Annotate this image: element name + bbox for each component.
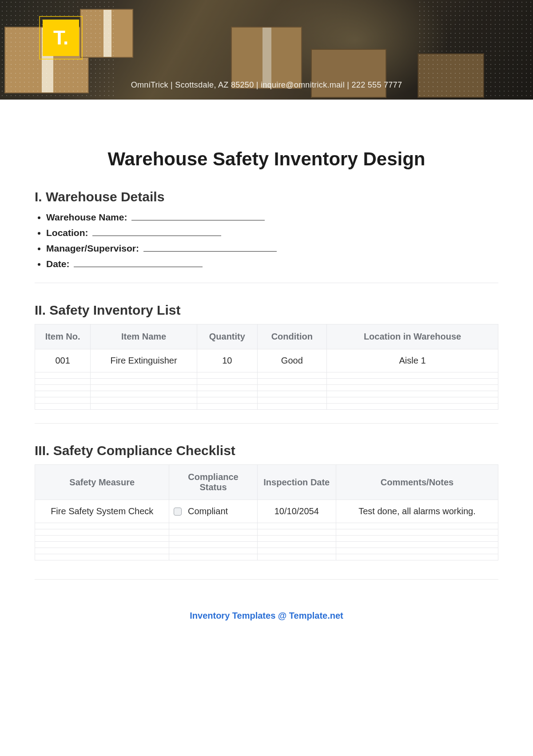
document-body: Warehouse Safety Inventory Design I. War…	[0, 100, 533, 639]
table-header-row: Safety Measure Compliance Status Inspect…	[35, 465, 498, 500]
section-heading-details: I. Warehouse Details	[35, 189, 498, 204]
label-location: Location:	[46, 228, 88, 238]
table-row	[35, 536, 498, 542]
col-inspection-date: Inspection Date	[257, 465, 336, 500]
table-row	[35, 523, 498, 529]
table-row	[35, 542, 498, 548]
compliance-table: Safety Measure Compliance Status Inspect…	[35, 464, 498, 560]
checkbox-compliant[interactable]	[174, 508, 182, 516]
cell-condition[interactable]: Good	[257, 349, 326, 372]
col-quantity: Quantity	[197, 324, 258, 349]
col-status: Compliance Status	[169, 465, 257, 500]
divider	[35, 423, 498, 424]
table-row	[35, 379, 498, 385]
inventory-table: Item No. Item Name Quantity Condition Lo…	[35, 324, 498, 410]
cell-measure[interactable]: Fire Safety System Check	[35, 500, 169, 523]
input-manager[interactable]	[143, 242, 277, 252]
table-row	[35, 404, 498, 410]
cell-status[interactable]: Compliant	[169, 500, 257, 523]
section-heading-compliance: III. Safety Compliance Checklist	[35, 443, 498, 458]
label-date: Date:	[46, 259, 70, 269]
cell-quantity[interactable]: 10	[197, 349, 258, 372]
col-item-no: Item No.	[35, 324, 91, 349]
table-row	[35, 397, 498, 404]
table-row: 001 Fire Extinguisher 10 Good Aisle 1	[35, 349, 498, 372]
cell-inspection-date[interactable]: 10/10/2054	[257, 500, 336, 523]
label-warehouse-name: Warehouse Name:	[46, 212, 127, 222]
detail-warehouse-name: Warehouse Name:	[46, 211, 498, 223]
brand-logo-text: T.	[53, 28, 68, 48]
cell-location[interactable]: Aisle 1	[327, 349, 498, 372]
header-banner: T. OmniTrick | Scottsdale, AZ 85250 | in…	[0, 0, 533, 100]
divider	[35, 579, 498, 580]
table-row	[35, 529, 498, 536]
col-item-name: Item Name	[91, 324, 197, 349]
table-row: Fire Safety System Check Compliant 10/10…	[35, 500, 498, 523]
col-measure: Safety Measure	[35, 465, 169, 500]
input-warehouse-name[interactable]	[131, 211, 265, 220]
col-comments: Comments/Notes	[336, 465, 498, 500]
footer-link[interactable]: Inventory Templates @ Template.net	[35, 611, 498, 621]
col-condition: Condition	[257, 324, 326, 349]
cell-comments[interactable]: Test done, all alarms working.	[336, 500, 498, 523]
detail-location: Location:	[46, 226, 498, 238]
table-row	[35, 372, 498, 379]
section-heading-inventory: II. Safety Inventory List	[35, 303, 498, 318]
table-row	[35, 391, 498, 397]
table-row	[35, 554, 498, 560]
cell-item-name[interactable]: Fire Extinguisher	[91, 349, 197, 372]
table-row	[35, 385, 498, 391]
detail-date: Date:	[46, 257, 498, 269]
table-row	[35, 548, 498, 554]
detail-manager: Manager/Supervisor:	[46, 242, 498, 254]
cell-item-no[interactable]: 001	[35, 349, 91, 372]
page-title: Warehouse Safety Inventory Design	[35, 148, 498, 170]
label-manager: Manager/Supervisor:	[46, 243, 139, 253]
brand-logo: T.	[43, 20, 79, 56]
table-header-row: Item No. Item Name Quantity Condition Lo…	[35, 324, 498, 349]
input-date[interactable]	[74, 257, 203, 267]
warehouse-details-list: Warehouse Name: Location: Manager/Superv…	[35, 211, 498, 269]
input-location[interactable]	[92, 226, 221, 236]
divider	[35, 283, 498, 283]
contact-line: OmniTrick | Scottsdale, AZ 85250 | inqui…	[0, 80, 533, 90]
col-location: Location in Warehouse	[327, 324, 498, 349]
cell-status-label: Compliant	[188, 506, 228, 516]
